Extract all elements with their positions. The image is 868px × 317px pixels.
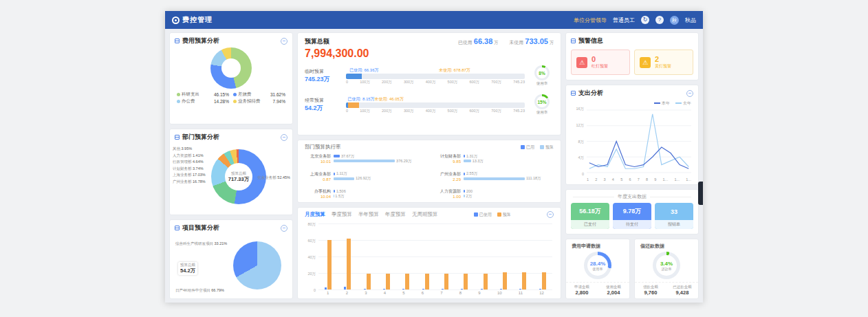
- dept-exec-row: 办事机构10.041,5061.5万: [305, 188, 424, 199]
- x-tick: 9: [478, 291, 480, 295]
- month-bar-group: [325, 223, 332, 289]
- axis-tick: 700万: [491, 80, 501, 85]
- pending-stat-chip: 9.78万 待支付: [613, 203, 651, 229]
- gridline: 0: [318, 289, 552, 290]
- project-pie-label: 综合科生产线研发项目 33.21%: [175, 241, 227, 246]
- progress-bar: [346, 102, 525, 108]
- legend-item[interactable]: 预算: [497, 212, 511, 218]
- axis-tick: 100万: [360, 109, 370, 113]
- tab-0[interactable]: 月度预算: [305, 211, 325, 218]
- usage-gauge: 8% 使用率: [530, 65, 554, 86]
- month-bar-group: [344, 223, 351, 289]
- tab-3[interactable]: 年度预算: [385, 211, 406, 218]
- legend-item[interactable]: 本年: [654, 100, 670, 107]
- collapse-icon[interactable]: −: [281, 225, 287, 232]
- monthly-budget-panel: 月度预算季度预算半年预算年度预算无周期预算 已使用 预算 − 80万60万40万…: [297, 207, 561, 299]
- dept-analysis-panel: 部门预算分析 − 其他 3.95% 人力资源部 1.41% 行政管理部 4.64…: [169, 129, 293, 215]
- dept-exec-row: 广州业务部2.292.55万111.18万: [435, 171, 554, 182]
- x-tick: 5: [402, 291, 404, 295]
- refresh-icon[interactable]: ↻: [641, 16, 649, 24]
- budget-progress-row: 经常预算 54.2万 已使用: 8.15万 未使用: 46.05万 0100万2…: [298, 90, 561, 119]
- loan-gauge-chart: 3.4% 还款率: [653, 252, 680, 279]
- axis-tick: 200万: [382, 80, 392, 85]
- dept-exec-row: 人力资源部1.002002万: [435, 188, 554, 199]
- x-tick: 2: [595, 177, 597, 184]
- progress-axis: 0100万200万300万400万500万600万700万745.23: [346, 109, 525, 113]
- username[interactable]: 秋晶: [685, 17, 696, 24]
- navbar: 费控管理 单位分管领导 普通员工 ↻ ? 秋 秋晶: [165, 11, 703, 29]
- legend-item[interactable]: 业务招待费7.94%: [233, 98, 285, 105]
- monthly-bar-chart: 80万60万40万20万0: [318, 223, 552, 289]
- alarm-icon: ⚠: [640, 57, 651, 68]
- month-bar-group: [481, 223, 488, 289]
- spend-y-axis: 16万12万8万4万0: [569, 107, 584, 176]
- spend-legend: 本年 去年: [654, 100, 691, 107]
- tab-2[interactable]: 半年预算: [358, 211, 379, 218]
- progress-bar: [346, 74, 525, 79]
- collapse-icon[interactable]: −: [281, 134, 287, 141]
- spend-x-axis: 1234567891...1...1...: [587, 177, 691, 184]
- axis-tick: 400万: [426, 109, 436, 113]
- loan-data-panel: 借还款数据 3.4% 还款率 借款金额 9,760: [634, 239, 699, 299]
- x-tick: 4: [612, 177, 614, 184]
- reimburse-stat-chip: 33 报销单: [655, 203, 693, 229]
- month-bar-group: [422, 223, 429, 289]
- legend-item[interactable]: 已使用: [474, 212, 492, 218]
- x-tick: 3: [365, 291, 367, 295]
- panel-icon: [175, 226, 180, 230]
- app-title: 费控管理: [182, 15, 213, 25]
- x-tick: 1: [587, 177, 589, 184]
- x-tick: 7: [440, 291, 442, 295]
- axis-tick: 500万: [448, 80, 458, 85]
- legend-item[interactable]: 科研支出46.15%: [177, 91, 229, 98]
- stat-repaid-amount: 已还款金额 9,428: [666, 283, 698, 298]
- dept-exec-column: 北京业务部10.0137.67万376.29万上海业务部0.871.11万126…: [305, 153, 424, 199]
- budget-period-tabs: 月度预算季度预算半年预算年度预算无周期预算: [305, 211, 438, 218]
- collapse-icon[interactable]: −: [686, 90, 693, 97]
- tab-4[interactable]: 无周期预算: [412, 211, 438, 218]
- collapse-icon[interactable]: −: [547, 211, 554, 218]
- panel-icon: [571, 91, 576, 96]
- month-bar-group: [383, 223, 390, 289]
- panel-icon: [175, 135, 180, 140]
- side-drawer-handle[interactable]: [698, 182, 703, 205]
- stat-apply-amount: 申请金额 2,800: [566, 283, 598, 298]
- app-logo[interactable]: 费控管理: [172, 15, 213, 25]
- dept-exec-row: 计划财务部9.851.31万13.3万: [435, 153, 554, 164]
- avatar[interactable]: 秋: [670, 16, 679, 25]
- role-link[interactable]: 单位分管领导: [574, 17, 607, 24]
- panel-title: 预警信息: [578, 36, 603, 45]
- legend-item[interactable]: 已用: [521, 144, 534, 151]
- x-tick: 1: [327, 291, 329, 295]
- progress-axis: 0100万200万300万400万500万600万700万745.23: [346, 80, 525, 85]
- user-type-link[interactable]: 普通员工: [613, 17, 635, 24]
- monthly-legend: 已使用 预算: [474, 212, 511, 218]
- stat-loan-amount: 借款金额 9,760: [635, 283, 666, 298]
- apply-data-panel: 费用申请数据 28.4% 使用率 申请金额 2,800: [565, 239, 630, 299]
- legend-dot: [177, 93, 180, 96]
- spend-analysis-panel: 支出分析 − 本年 去年 16万12万8万4万0 1234567891...1.…: [565, 85, 699, 185]
- paid-stat-chip: 56.18万 已支付: [571, 203, 609, 229]
- legend-item[interactable]: 预算: [540, 144, 554, 151]
- x-tick: 4: [384, 291, 386, 295]
- legend-dot: [233, 93, 237, 96]
- legend-item[interactable]: 差旅费31.62%: [233, 91, 285, 98]
- yellow-alert-card[interactable]: ⚠ 2 黄灯预警: [634, 50, 693, 75]
- expense-legend: 科研支出46.15% 差旅费31.62% 办公费14.28% 业务招待费7.94…: [170, 89, 292, 107]
- panel-title: 费用预算分析: [182, 36, 219, 45]
- tab-1[interactable]: 季度预算: [332, 211, 352, 218]
- project-pie-label: 日产4K组件中空项目 66.79%: [175, 288, 224, 293]
- help-icon[interactable]: ?: [655, 16, 664, 24]
- x-tick: 5: [620, 177, 622, 184]
- collapse-icon[interactable]: −: [281, 38, 287, 45]
- x-tick: 1...: [686, 177, 691, 184]
- legend-item[interactable]: 去年: [675, 100, 691, 107]
- red-alert-card[interactable]: ⚠ 0 红灯预警: [571, 50, 630, 75]
- legend-item[interactable]: 办公费14.28%: [177, 98, 229, 105]
- usage-gauge: 15% 使用率: [530, 94, 554, 115]
- x-tick: 6: [629, 177, 631, 184]
- panel-title: 部门预算执行率: [305, 144, 341, 151]
- axis-tick: 300万: [404, 109, 414, 113]
- axis-tick: 400万: [426, 80, 436, 85]
- axis-tick: 500万: [448, 109, 458, 113]
